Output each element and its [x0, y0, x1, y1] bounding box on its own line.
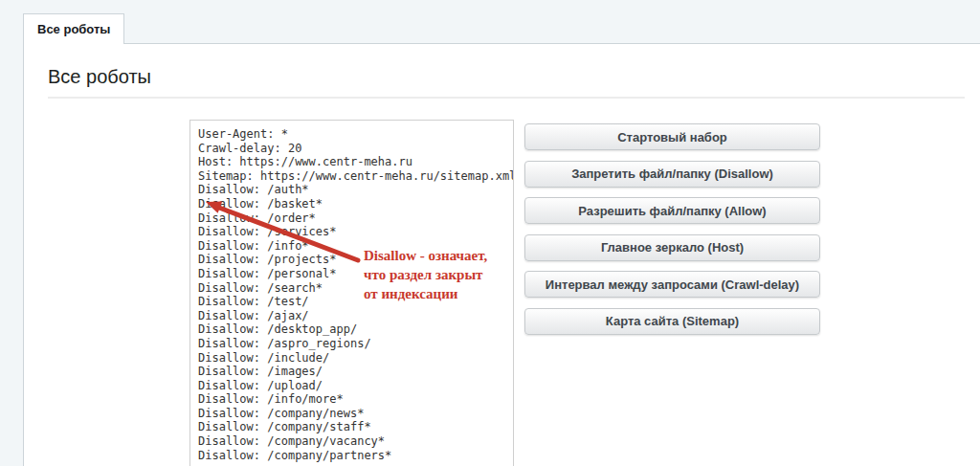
- title-divider: [48, 97, 965, 99]
- tab-all-robots-label: Все роботы: [37, 22, 110, 36]
- sitemap-button[interactable]: Карта сайта (Sitemap): [524, 308, 820, 335]
- robots-txt-textarea[interactable]: User-Agent: * Crawl-delay: 20 Host: http…: [189, 120, 514, 466]
- host-mirror-button[interactable]: Главное зеркало (Host): [524, 234, 820, 261]
- page-title: Все роботы: [48, 66, 151, 87]
- crawl-delay-button[interactable]: Интервал между запросами (Crawl-delay): [524, 271, 820, 298]
- robots-action-buttons: Стартовый набор Запретить файл/папку (Di…: [524, 123, 820, 335]
- allow-file-folder-button[interactable]: Разрешить файл/папку (Allow): [524, 197, 820, 224]
- starter-set-button[interactable]: Стартовый набор: [524, 123, 820, 150]
- robots-txt-editor-screen: Все роботы Все роботы User-Agent: * Craw…: [0, 0, 980, 466]
- disallow-file-folder-button[interactable]: Запретить файл/папку (Disallow): [524, 161, 820, 188]
- tab-all-robots[interactable]: Все роботы: [23, 13, 124, 44]
